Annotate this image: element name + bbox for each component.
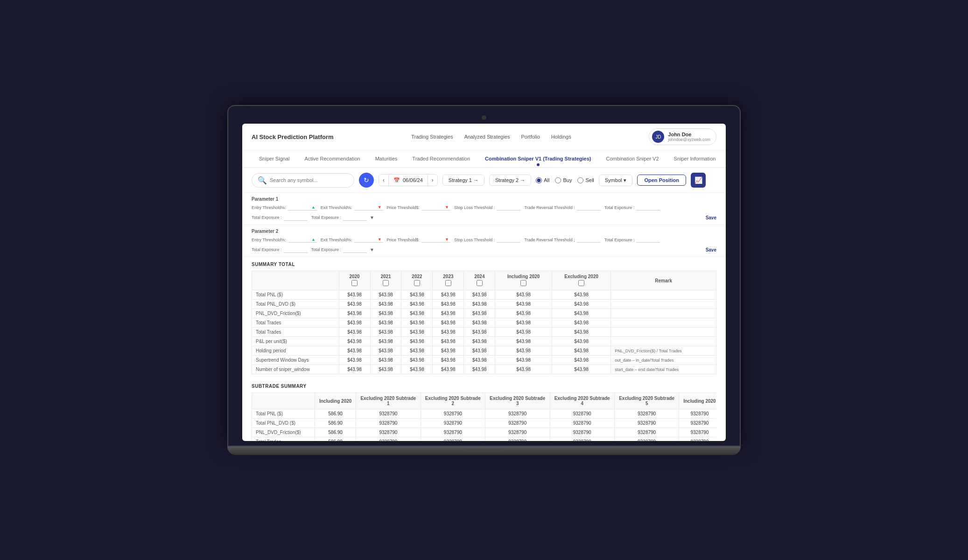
- p2-exit-input[interactable]: ▼: [354, 237, 383, 243]
- summary-col-2022: 2022: [401, 271, 433, 290]
- open-position-button[interactable]: Open Position: [637, 175, 686, 186]
- p1-exp3-input[interactable]: [343, 215, 367, 221]
- p1-entry-field[interactable]: [289, 205, 310, 210]
- p2-exp2-field[interactable]: [285, 247, 306, 252]
- user-badge[interactable]: JD John Doe johndoe@xyzweb.com: [649, 128, 716, 145]
- p1-treversal-input[interactable]: [577, 204, 601, 210]
- radio-group: All Buy Sell: [536, 177, 594, 183]
- radio-all[interactable]: All: [536, 177, 549, 183]
- p1-exit-input[interactable]: ▼: [354, 204, 383, 210]
- p2-save-link[interactable]: Save: [706, 247, 716, 252]
- summary-cell-7: start_date – end date/Total Trades: [611, 365, 716, 374]
- nav-portfolio[interactable]: Portfolio: [521, 134, 540, 140]
- subtrade-cell-2: 9328790: [485, 409, 550, 419]
- summary-row: P&L per unit($)$43.98$43.98$43.98$43.98$…: [252, 337, 716, 346]
- checkbox-2023[interactable]: [445, 280, 451, 286]
- p2-entry-input[interactable]: ▲: [288, 237, 317, 243]
- p2-price-field[interactable]: [423, 237, 444, 242]
- summary-cell-0: $43.98: [339, 356, 370, 365]
- summary-cell-4: $43.98: [464, 365, 495, 374]
- p2-exp2-group: Total Exposure :: [252, 247, 308, 253]
- chart-icon-button[interactable]: 📈: [691, 173, 706, 188]
- p1-price-field[interactable]: [423, 205, 444, 210]
- p1-price-input[interactable]: ▼: [421, 204, 450, 210]
- summary-cell-4: $43.98: [464, 309, 495, 318]
- p2-exp2-input[interactable]: [284, 247, 308, 253]
- summary-cell-1: $43.98: [370, 346, 401, 356]
- p2-exit-field[interactable]: [356, 237, 377, 242]
- subtrade-table-wrapper[interactable]: Including 2020 Excluding 2020 Subtrade1 …: [252, 392, 716, 441]
- p2-exp3-input[interactable]: [343, 247, 367, 253]
- p1-price-group: Price Threshold$: ▼: [387, 204, 450, 210]
- summary-cell-2: $43.98: [401, 318, 433, 328]
- p2-collapse-button[interactable]: ▾: [371, 246, 373, 253]
- symbol-button[interactable]: Symbol ▾: [599, 175, 633, 186]
- subtrade-cell-4: 9328790: [614, 409, 679, 419]
- p1-entry-input[interactable]: ▲: [288, 204, 317, 210]
- search-box[interactable]: 🔍: [252, 173, 354, 188]
- nav-trading-strategies[interactable]: Trading Strategies: [411, 134, 453, 140]
- p2-treversal-input[interactable]: [577, 237, 601, 243]
- subtrade-cell-1: 9328790: [421, 409, 485, 419]
- p2-treversal-field[interactable]: [578, 237, 599, 242]
- subtrade-cell-0: 9328790: [356, 419, 421, 428]
- nav-analyzed-strategies[interactable]: Analyzed Strategies: [464, 134, 510, 140]
- nav-maturities[interactable]: Maturities: [368, 150, 405, 167]
- p2-stoploss-field[interactable]: [498, 237, 519, 242]
- p1-collapse-button[interactable]: ▾: [371, 214, 373, 221]
- p2-price-input[interactable]: ▼: [421, 237, 450, 243]
- checkbox-2022[interactable]: [414, 280, 420, 286]
- p1-exit-field[interactable]: [356, 205, 377, 210]
- checkbox-inc2020[interactable]: [520, 280, 526, 286]
- p1-save-link[interactable]: Save: [706, 215, 716, 220]
- p1-stoploss-input[interactable]: [497, 204, 520, 210]
- radio-sell[interactable]: Sell: [577, 177, 594, 183]
- p2-exp1-label: Total Exposure :: [604, 238, 635, 242]
- p2-exp3-group: Total Exposure :: [311, 247, 367, 253]
- nav-combination-sniper-v2[interactable]: Combination Sniper V2: [598, 150, 666, 167]
- strategy2-button[interactable]: Strategy 2 →: [489, 175, 531, 186]
- date-nav: ‹ 📅 06/06/24 ›: [379, 174, 438, 186]
- p2-stoploss-input[interactable]: [497, 237, 520, 243]
- summary-cell-7: out_date – in_date/Total Trades: [611, 356, 716, 365]
- summary-table: 2020 2021 2022 2023 2024 Including 2020 …: [252, 271, 716, 374]
- strategy1-button[interactable]: Strategy 1 →: [442, 175, 484, 186]
- search-input[interactable]: [270, 177, 348, 183]
- p2-exp3-field[interactable]: [344, 247, 365, 252]
- nav-sniper-information[interactable]: Sniper Information: [666, 150, 723, 167]
- parameter2-fields: Entry Threshold%: ▲ Exit Threshold%: ▼: [252, 237, 716, 253]
- summary-section: SUMMARY TOTAL 2020 2021 2022 2023 2024 I…: [242, 257, 726, 379]
- prev-date-button[interactable]: ‹: [379, 175, 388, 186]
- user-name: John Doe: [668, 132, 710, 137]
- nav-active-recommendation[interactable]: Active Recommendation: [297, 150, 367, 167]
- p2-exp1-input[interactable]: [636, 237, 660, 243]
- subtrade-cell-5: 9328790: [679, 419, 716, 428]
- p1-exp1-input[interactable]: [636, 204, 660, 210]
- checkbox-2020[interactable]: [351, 280, 358, 286]
- summary-cell-1: $43.98: [370, 300, 401, 309]
- nav-combination-sniper-v1[interactable]: Combination Sniper V1 (Trading Strategie…: [477, 150, 598, 167]
- p1-exp1-field[interactable]: [638, 205, 659, 210]
- p1-exp2-input[interactable]: [284, 215, 308, 221]
- summary-col-2021: 2021: [370, 271, 401, 290]
- p2-exp1-field[interactable]: [638, 237, 659, 242]
- nav-sniper-signal[interactable]: Sniper Signal: [252, 150, 297, 167]
- parameter2-section: Parameter 2 Entry Threshold%: ▲ Exit Thr…: [242, 225, 726, 257]
- avatar: JD: [652, 131, 664, 143]
- checkbox-exc2020[interactable]: [578, 280, 584, 286]
- p1-exp2-field[interactable]: [285, 215, 306, 220]
- nav-holdings[interactable]: Holdings: [551, 134, 571, 140]
- p2-entry-field[interactable]: [289, 237, 310, 242]
- p1-treversal-field[interactable]: [578, 205, 599, 210]
- next-date-button[interactable]: ›: [428, 175, 437, 186]
- summary-cell-0: $43.98: [339, 309, 370, 318]
- summary-cell-6: $43.98: [552, 346, 610, 356]
- checkbox-2021[interactable]: [383, 280, 389, 286]
- p1-stoploss-field[interactable]: [498, 205, 519, 210]
- radio-buy[interactable]: Buy: [555, 177, 572, 183]
- p1-exp3-label: Total Exposure :: [311, 215, 342, 220]
- refresh-button[interactable]: ↻: [359, 173, 374, 188]
- nav-traded-recommendation[interactable]: Traded Recommendation: [405, 150, 477, 167]
- checkbox-2024[interactable]: [477, 280, 483, 286]
- p1-exp3-field[interactable]: [344, 215, 365, 220]
